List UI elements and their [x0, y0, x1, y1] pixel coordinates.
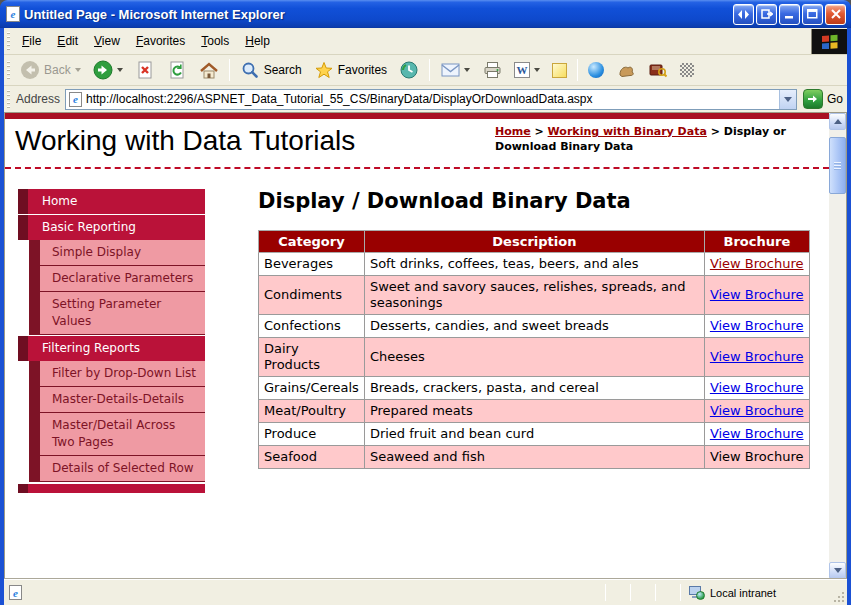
stop-icon — [135, 60, 155, 80]
resize-grip[interactable] — [831, 580, 847, 605]
page-favicon-icon — [69, 92, 82, 107]
stop-button[interactable] — [130, 58, 160, 82]
sidebar-item-details-of-selected-row[interactable]: Details of Selected Row — [29, 456, 205, 482]
breadcrumb-section-link[interactable]: Working with Binary Data — [548, 125, 707, 138]
ie-page-icon — [6, 6, 20, 22]
print-button[interactable] — [477, 58, 507, 82]
toolbar-grip[interactable] — [7, 32, 10, 50]
sidebar-item-declarative-parameters[interactable]: Declarative Parameters — [29, 266, 205, 292]
sidebar-item-setting-parameter-values[interactable]: Setting Parameter Values — [29, 292, 205, 335]
nav-accent — [18, 336, 28, 361]
search-icon — [240, 60, 260, 80]
search-button[interactable]: Search — [235, 58, 307, 82]
browser-viewport: Working with Data Tutorials Home > Worki… — [4, 113, 847, 579]
scroll-down-button[interactable] — [829, 562, 846, 579]
toolbar-grip[interactable] — [7, 61, 10, 79]
forward-icon — [93, 60, 113, 80]
sidebar-item-home[interactable]: Home — [18, 189, 205, 214]
discuss-button[interactable] — [547, 61, 572, 80]
toolbar-grip[interactable] — [7, 90, 10, 108]
table-row: Meat/Poultry Prepared meats View Brochur… — [259, 400, 810, 423]
sidebar-item-basic-reporting[interactable]: Basic Reporting — [18, 215, 205, 240]
refresh-button[interactable] — [162, 58, 192, 82]
description-cell: Breads, crackers, pasta, and cereal — [364, 377, 704, 400]
table-row: Produce Dried fruit and bean curd View B… — [259, 423, 810, 446]
breadcrumb-home-link[interactable]: Home — [495, 125, 531, 138]
sidebar-item-partial[interactable] — [18, 484, 205, 493]
categories-table: Category Description Brochure Beverages … — [258, 230, 810, 469]
menu-favorites[interactable]: Favorites — [128, 30, 193, 52]
status-main-pane — [4, 585, 605, 600]
description-cell: Sweet and savory sauces, relishes, sprea… — [364, 276, 704, 315]
menu-tools[interactable]: Tools — [193, 30, 237, 52]
forward-button[interactable] — [88, 58, 128, 82]
view-brochure-link[interactable]: View Brochure — [710, 318, 804, 333]
scrollbar-thumb[interactable] — [829, 137, 846, 194]
category-cell: Produce — [259, 423, 365, 446]
maximize-button[interactable] — [802, 4, 823, 25]
local-intranet-icon — [689, 586, 705, 600]
view-brochure-link[interactable]: View Brochure — [710, 256, 804, 271]
toolbar-separator — [429, 59, 430, 81]
sidebar-item-master-detail-across-two-pages[interactable]: Master/Detail Across Two Pages — [29, 413, 205, 456]
nav-accent — [29, 266, 40, 291]
back-dropdown-icon — [75, 68, 81, 72]
brochure-cell: View Brochure — [704, 446, 809, 469]
brochure-cell: View Brochure — [704, 400, 809, 423]
vertical-scrollbar[interactable] — [829, 113, 846, 579]
grid-icon — [680, 63, 694, 77]
status-pane — [606, 580, 630, 605]
history-button[interactable] — [394, 58, 424, 82]
edit-with-word-button[interactable] — [509, 60, 545, 80]
sidebar-item-master-details-details[interactable]: Master-Details-Details — [29, 387, 205, 413]
minimize-button[interactable] — [779, 4, 800, 25]
menu-view[interactable]: View — [86, 30, 128, 52]
messenger-button[interactable] — [583, 60, 609, 80]
category-cell: Beverages — [259, 253, 365, 276]
menu-file[interactable]: File — [14, 30, 49, 52]
brochure-cell: View Brochure — [704, 276, 809, 315]
pop-out-button[interactable] — [756, 4, 777, 25]
status-page-icon — [9, 585, 22, 600]
back-button[interactable]: Back — [15, 58, 86, 82]
table-row: Confections Desserts, candies, and sweet… — [259, 315, 810, 338]
category-cell: Meat/Poultry — [259, 400, 365, 423]
sidebar-item-simple-display[interactable]: Simple Display — [29, 240, 205, 266]
status-pane — [656, 580, 680, 605]
address-label: Address — [16, 92, 60, 106]
menu-help[interactable]: Help — [237, 30, 278, 52]
research-button[interactable] — [611, 58, 641, 82]
sidebar-item-filtering-reports[interactable]: Filtering Reports — [18, 336, 205, 361]
description-cell: Seaweed and fish — [364, 446, 704, 469]
scrollbar-track[interactable] — [829, 130, 846, 562]
column-header-category: Category — [259, 231, 365, 253]
go-arrow-icon — [803, 89, 823, 109]
brochure-cell: View Brochure — [704, 338, 809, 377]
mail-button[interactable] — [435, 58, 475, 82]
scroll-up-button[interactable] — [829, 113, 846, 130]
book-search-button[interactable] — [643, 58, 673, 82]
address-input[interactable]: http://localhost:2296/ASPNET_Data_Tutori… — [65, 89, 797, 110]
view-brochure-link[interactable]: View Brochure — [710, 287, 804, 302]
view-brochure-link[interactable]: View Brochure — [710, 403, 804, 418]
home-button[interactable] — [194, 58, 224, 82]
address-dropdown-button[interactable] — [779, 90, 796, 109]
sidebar-item-filter-by-dropdown-list[interactable]: Filter by Drop-Down List — [29, 361, 205, 387]
brochure-cell: View Brochure — [704, 423, 809, 446]
menu-edit[interactable]: Edit — [49, 30, 86, 52]
view-brochure-link[interactable]: View Brochure — [710, 349, 804, 364]
home-icon — [199, 60, 219, 80]
close-icon[interactable] — [825, 4, 846, 25]
favorites-star-icon — [314, 60, 334, 80]
pan-arrows-button[interactable] — [733, 4, 754, 25]
web-grid-button[interactable] — [675, 61, 699, 79]
back-icon — [20, 60, 40, 80]
view-brochure-link[interactable]: View Brochure — [710, 426, 804, 441]
status-pane — [631, 580, 655, 605]
windows-logo-icon — [811, 29, 847, 54]
description-cell: Soft drinks, coffees, teas, beers, and a… — [364, 253, 704, 276]
go-button[interactable]: Go — [803, 89, 843, 109]
favorites-button[interactable]: Favorites — [309, 58, 392, 82]
nav-accent — [29, 361, 40, 386]
view-brochure-link[interactable]: View Brochure — [710, 380, 804, 395]
